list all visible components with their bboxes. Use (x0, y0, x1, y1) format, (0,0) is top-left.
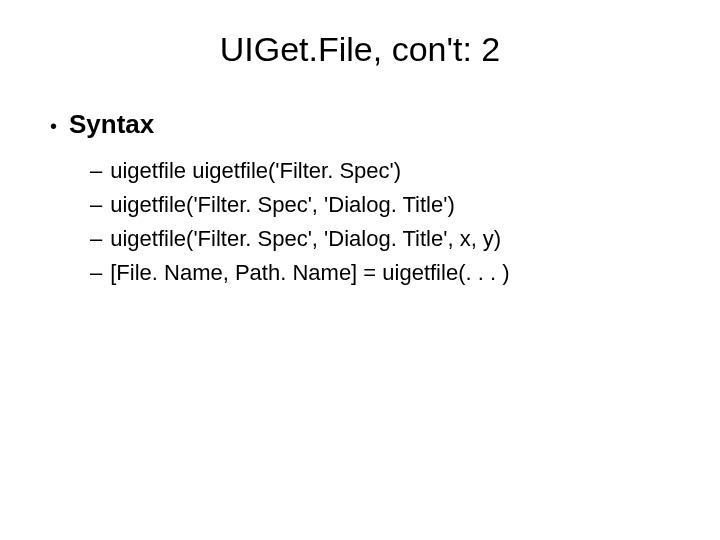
syntax-list: – uigetfile uigetfile('Filter. Spec') – … (90, 158, 680, 286)
list-item-text: uigetfile('Filter. Spec', 'Dialog. Title… (110, 226, 501, 252)
dash-icon: – (90, 226, 102, 252)
list-item: – uigetfile('Filter. Spec', 'Dialog. Tit… (90, 226, 680, 252)
list-item: – uigetfile('Filter. Spec', 'Dialog. Tit… (90, 192, 680, 218)
slide-title: UIGet.File, con't: 2 (40, 30, 680, 69)
dash-icon: – (90, 158, 102, 184)
section-heading: Syntax (69, 109, 154, 140)
list-item-text: [File. Name, Path. Name] = uigetfile(. .… (110, 260, 509, 286)
dash-icon: – (90, 260, 102, 286)
section-heading-row: • Syntax (50, 109, 680, 140)
slide: UIGet.File, con't: 2 • Syntax – uigetfil… (0, 0, 720, 540)
list-item: – uigetfile uigetfile('Filter. Spec') (90, 158, 680, 184)
dash-icon: – (90, 192, 102, 218)
list-item: – [File. Name, Path. Name] = uigetfile(.… (90, 260, 680, 286)
list-item-text: uigetfile uigetfile('Filter. Spec') (110, 158, 401, 184)
bullet-dot-icon: • (50, 116, 57, 136)
list-item-text: uigetfile('Filter. Spec', 'Dialog. Title… (110, 192, 455, 218)
